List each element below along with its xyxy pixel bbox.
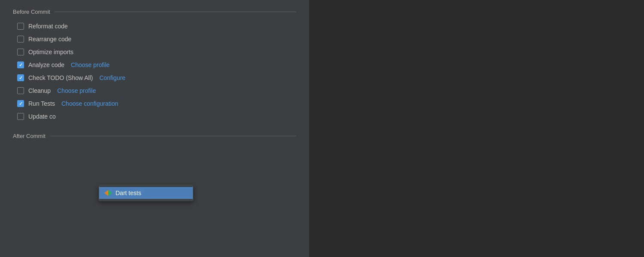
list-item: Analyze code Choose profile xyxy=(17,61,296,68)
before-commit-divider xyxy=(55,12,296,12)
optimize-imports-label: Optimize imports xyxy=(28,49,73,55)
rearrange-code-checkbox[interactable] xyxy=(17,36,24,43)
rearrange-code-label: Rearrange code xyxy=(28,36,71,43)
run-tests-label: Run Tests xyxy=(28,100,55,107)
list-item: Run Tests Choose configuration xyxy=(17,100,296,107)
analyze-code-checkbox[interactable] xyxy=(17,61,24,68)
list-item: Check TODO (Show All) Configure xyxy=(17,74,296,81)
after-commit-header: After Commit xyxy=(13,133,296,139)
check-todo-label: Check TODO (Show All) xyxy=(28,74,93,81)
dart-icon-right xyxy=(108,190,112,196)
run-tests-link[interactable]: Choose configuration xyxy=(61,100,118,107)
analyze-code-label: Analyze code xyxy=(28,61,64,68)
list-item: Rearrange code xyxy=(17,36,296,43)
list-item: Reformat code xyxy=(17,23,296,30)
dart-tests-option[interactable]: Dart tests xyxy=(99,187,193,199)
dart-icon-left xyxy=(104,190,108,196)
configuration-dropdown: Dart tests xyxy=(99,185,193,201)
check-todo-link[interactable]: Configure xyxy=(99,74,125,81)
after-commit-title: After Commit xyxy=(13,133,46,139)
reformat-code-label: Reformat code xyxy=(28,23,68,30)
list-item: Optimize imports xyxy=(17,49,296,55)
cleanup-label: Cleanup xyxy=(28,87,51,94)
optimize-imports-checkbox[interactable] xyxy=(17,49,24,55)
list-item: Cleanup Choose profile xyxy=(17,87,296,94)
dart-tests-label: Dart tests xyxy=(115,190,141,196)
cleanup-link[interactable]: Choose profile xyxy=(57,87,96,94)
reformat-code-checkbox[interactable] xyxy=(17,23,24,30)
before-commit-title: Before Commit xyxy=(13,9,50,15)
analyze-code-link[interactable]: Choose profile xyxy=(71,61,109,68)
after-commit-divider xyxy=(50,136,296,136)
update-co-checkbox[interactable] xyxy=(17,113,24,120)
cleanup-checkbox[interactable] xyxy=(17,87,24,94)
after-commit-section: After Commit xyxy=(13,133,296,139)
before-commit-header: Before Commit xyxy=(13,9,296,15)
before-commit-panel: Before Commit Reformat code Rearrange co… xyxy=(0,0,309,257)
update-co-label: Update co xyxy=(28,113,56,120)
right-panel xyxy=(309,0,644,257)
list-item: Update co xyxy=(17,113,296,120)
dart-icon xyxy=(104,190,112,196)
check-todo-checkbox[interactable] xyxy=(17,74,24,81)
before-commit-list: Reformat code Rearrange code Optimize im… xyxy=(13,23,296,120)
run-tests-checkbox[interactable] xyxy=(17,100,24,107)
